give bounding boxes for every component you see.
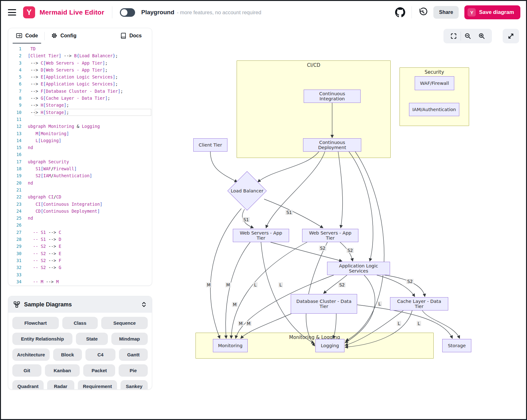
code-text: --> F[Database Cluster - Data Tier]; — [28, 88, 152, 95]
edge-c-to-log — [261, 242, 314, 343]
sample-button-flowchart[interactable]: Flowchart — [12, 317, 59, 329]
edge-g-to-h — [422, 310, 460, 338]
edge-label-l: L — [278, 282, 283, 287]
code-editor[interactable]: 1 TD2[Client Tier] --> B{Load Balancer};… — [8, 44, 152, 286]
sample-button-pie[interactable]: Pie — [119, 364, 148, 377]
code-line: 32 -- S2 --> G — [8, 264, 152, 271]
code-text: --> E[Application Logic Services]; — [28, 80, 152, 87]
code-text: --> E[Application Logic Services]; — [28, 73, 152, 80]
code-line: 21 — [8, 186, 152, 193]
edge-label-l: L — [417, 321, 421, 326]
edge-label-s2: S2 — [346, 248, 354, 253]
code-text — [28, 222, 152, 229]
code-line: 31 -- S2 --> F — [8, 257, 152, 264]
diagram-node-cd: Continuous Deployment — [303, 138, 361, 152]
book-icon — [120, 33, 127, 39]
code-text — [28, 186, 152, 193]
edge-e-to-g — [384, 275, 425, 297]
line-number: 27 — [8, 229, 28, 236]
sample-button-requirement[interactable]: Requirement — [78, 380, 117, 390]
edge-label-s2: S2 — [406, 279, 413, 284]
code-line: 26 — [8, 222, 152, 229]
fit-view-button[interactable] — [447, 33, 461, 40]
edge-label-m: M — [232, 302, 238, 307]
sample-button-architecture[interactable]: Architecture — [12, 348, 50, 361]
github-button[interactable] — [395, 7, 405, 17]
sample-button-mindmap[interactable]: Mindmap — [111, 333, 148, 345]
code-text — [28, 116, 152, 123]
sample-button-quadrant[interactable]: Quadrant — [12, 380, 44, 390]
sample-button-class[interactable]: Class — [62, 317, 98, 329]
line-number: 34 — [8, 278, 28, 285]
diagram-node-log: Logging — [315, 339, 344, 352]
save-diagram-button[interactable]: Y Save diagram — [464, 5, 520, 19]
code-line: 30 -- S2 --> E — [8, 250, 152, 257]
editor-panel: Code Config Docs 1 TD2[Client Tier] — [8, 28, 152, 286]
tab-config[interactable]: Config — [48, 28, 80, 44]
code-line: 23 CI[Continuous Integration] — [8, 201, 152, 208]
mode-label: Playground — [141, 9, 175, 16]
code-text: TD — [28, 45, 152, 52]
edge-f-to-log — [333, 314, 336, 338]
code-line: 2[Client Tier] --> B{Load Balancer}; — [8, 52, 152, 59]
gear-icon — [51, 32, 58, 39]
code-line: 9 --> H[Storage]; — [8, 102, 152, 109]
sample-button-sankey[interactable]: Sankey — [121, 380, 148, 390]
diagram-node-g: Cache Layer - Data Tier — [390, 297, 448, 310]
code-line: 1 TD — [8, 45, 152, 52]
diagram-canvas[interactable]: CI/CDSecurityMonitoring & LoggingContinu… — [159, 26, 527, 398]
sample-button-c4[interactable]: C4 — [85, 348, 115, 361]
line-number: 1 — [8, 45, 28, 52]
sample-button-kanban[interactable]: Kanban — [45, 364, 80, 377]
share-button[interactable]: Share — [433, 6, 459, 19]
history-button[interactable] — [418, 8, 428, 17]
line-number: 8 — [8, 95, 28, 102]
code-line: 7 --> F[Database Cluster - Data Tier]; — [8, 88, 152, 95]
code-line: 15nd — [8, 144, 152, 151]
mermaid-logo-glyph: Y — [27, 8, 32, 17]
edge-label-s2: S2 — [338, 282, 345, 287]
collapse-icon — [141, 301, 147, 308]
sample-button-state[interactable]: State — [76, 333, 108, 345]
edge-label-l: L — [377, 301, 382, 306]
line-number: 31 — [8, 257, 28, 264]
code-text: -- M --> M — [28, 278, 152, 285]
sample-button-block[interactable]: Block — [53, 348, 82, 361]
diagram-node-e: Application Logic Services — [327, 262, 390, 275]
line-number: 16 — [8, 151, 28, 158]
zoom-in-button[interactable] — [475, 33, 489, 40]
line-number: 26 — [8, 222, 28, 229]
tab-docs[interactable]: Docs — [117, 29, 145, 44]
line-number: 28 — [8, 236, 28, 243]
collapse-samples-button[interactable] — [141, 301, 147, 308]
tab-code[interactable]: Code — [13, 28, 41, 44]
sample-button-packet[interactable]: Packet — [83, 364, 115, 377]
code-line: 10 --> H[Storage]; — [8, 109, 152, 116]
code-text: ubgraph Security — [28, 158, 152, 165]
expand-icon — [507, 32, 515, 40]
edge-lb-to-d — [264, 199, 323, 228]
code-line: 8 --> G[Cache Layer - Data Tier]; — [8, 95, 152, 102]
code-text: S2[IAM/Authentication] — [28, 172, 152, 179]
line-number: 10 — [8, 109, 28, 116]
top-bar: Y Mermaid Live Editor Playground - more … — [1, 1, 526, 24]
sample-button-radar[interactable]: Radar — [47, 380, 74, 390]
line-number: 22 — [8, 193, 28, 200]
app-title: Mermaid Live Editor — [40, 9, 104, 16]
playground-toggle[interactable] — [120, 8, 135, 17]
code-text — [28, 151, 152, 158]
code-line: 13 M[Monitoring] — [8, 130, 152, 137]
code-line: 16 — [8, 151, 152, 158]
line-number: 6 — [8, 80, 28, 87]
sample-button-git[interactable]: Git — [12, 364, 41, 377]
sample-button-sequence[interactable]: Sequence — [101, 317, 148, 329]
menu-icon[interactable] — [8, 9, 16, 16]
zoom-out-icon — [464, 33, 471, 40]
zoom-out-button[interactable] — [461, 33, 475, 40]
code-line: 34 -- M --> M — [8, 278, 152, 285]
code-line: 28 -- S1 --> D — [8, 236, 152, 243]
sample-button-entity-relationship[interactable]: Entity Relationship — [12, 333, 72, 345]
sample-button-gantt[interactable]: Gantt — [119, 348, 148, 361]
expand-view-button[interactable] — [503, 29, 519, 43]
code-line: 24 CD[Continuous Deployment] — [8, 208, 152, 215]
